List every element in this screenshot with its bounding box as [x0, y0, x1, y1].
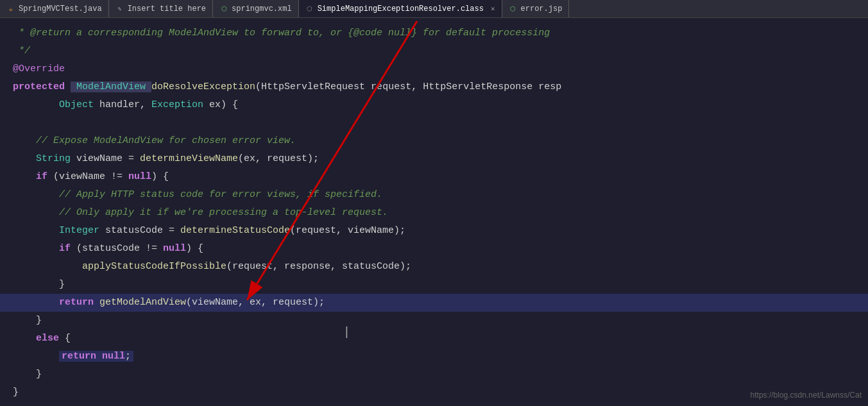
- line-content: applyStatusCodeIfPossible(request, respo…: [0, 258, 411, 275]
- code-line-21: }: [0, 384, 868, 402]
- code-line-17: }: [0, 312, 868, 330]
- line-content: */: [0, 43, 30, 60]
- watermark: https://blog.csdn.net/Lawnss/Cat: [751, 391, 862, 400]
- code-line-1: * @return a corresponding ModelAndView t…: [0, 24, 868, 42]
- line-content: Object handler, Exception ex) {: [0, 97, 238, 114]
- code-line-3: @Override: [0, 60, 868, 78]
- code-line-6: [0, 114, 868, 132]
- code-line-8: String viewName = determineViewName(ex, …: [0, 150, 868, 168]
- line-content: Integer statusCode = determineStatusCode…: [0, 223, 405, 239]
- code-line-20: }: [0, 366, 868, 384]
- code-area: * @return a corresponding ModelAndView t…: [0, 18, 868, 406]
- code-line-9: if (viewName != null) {: [0, 168, 868, 186]
- tab-springmvctest[interactable]: ☕ SpringMVCTest.java: [0, 0, 109, 17]
- tab-label: Insert title here: [128, 4, 206, 13]
- xml-icon: ⬡: [219, 4, 228, 13]
- line-content: // Only apply it if we're processing a t…: [0, 205, 388, 221]
- tab-bar: ☕ SpringMVCTest.java ✎ Insert title here…: [0, 0, 868, 18]
- tab-label: SpringMVCTest.java: [19, 4, 102, 13]
- code-line-11: // Only apply it if we're processing a t…: [0, 204, 868, 222]
- code-line-5: Object handler, Exception ex) {: [0, 96, 868, 114]
- line-content: [0, 115, 19, 131]
- tab-label: springmvc.xml: [232, 4, 292, 13]
- tab-close-icon[interactable]: ✕: [491, 4, 495, 13]
- code-line-13: if (statusCode != null) {: [0, 240, 868, 258]
- code-line-2: */: [0, 42, 868, 60]
- line-content: // Apply HTTP status code for error view…: [0, 187, 382, 203]
- code-line-16: return getModelAndView(viewName, ex, req…: [0, 294, 868, 312]
- code-line-14: applyStatusCodeIfPossible(request, respo…: [0, 258, 868, 276]
- code-line-10: // Apply HTTP status code for error view…: [0, 186, 868, 204]
- line-content: // Expose ModelAndView for chosen error …: [0, 133, 296, 149]
- line-content: * @return a corresponding ModelAndView t…: [0, 25, 550, 42]
- line-content: if (viewName != null) {: [0, 169, 169, 185]
- line-content: }: [0, 366, 42, 383]
- jsp-icon: ⬡: [509, 4, 518, 13]
- code-line-4: protected ModelAndView doResolveExceptio…: [0, 78, 868, 96]
- line-content: protected ModelAndView doResolveExceptio…: [0, 79, 561, 96]
- java-icon: ☕: [6, 4, 15, 13]
- tab-label: error.jsp: [521, 4, 563, 13]
- tab-inserttitle[interactable]: ✎ Insert title here: [109, 0, 213, 17]
- line-content: String viewName = determineViewName(ex, …: [0, 151, 319, 167]
- code-line-7: // Expose ModelAndView for chosen error …: [0, 132, 868, 150]
- line-content: return getModelAndView(viewName, ex, req…: [0, 294, 325, 311]
- tab-errorjsp[interactable]: ⬡ error.jsp: [502, 0, 570, 17]
- code-line-12: Integer statusCode = determineStatusCode…: [0, 222, 868, 240]
- code-line-15: }: [0, 276, 868, 294]
- tab-springmvcxml[interactable]: ⬡ springmvc.xml: [213, 0, 299, 17]
- tab-label: SimpleMappingExceptionResolver.class: [318, 4, 484, 13]
- code-line-18: else {: [0, 330, 868, 348]
- tab-simplemapping[interactable]: ⬡ SimpleMappingExceptionResolver.class ✕: [299, 0, 502, 17]
- line-content: return null;: [0, 348, 133, 365]
- line-content: }: [0, 312, 42, 329]
- edit-icon: ✎: [115, 4, 124, 13]
- code-line-19: return null;: [0, 348, 868, 366]
- line-content: @Override: [0, 61, 65, 78]
- line-content: else {: [0, 330, 71, 347]
- line-content: if (statusCode != null) {: [0, 241, 203, 257]
- line-content: }: [0, 384, 19, 401]
- class-icon: ⬡: [305, 4, 314, 13]
- line-content: }: [0, 276, 65, 293]
